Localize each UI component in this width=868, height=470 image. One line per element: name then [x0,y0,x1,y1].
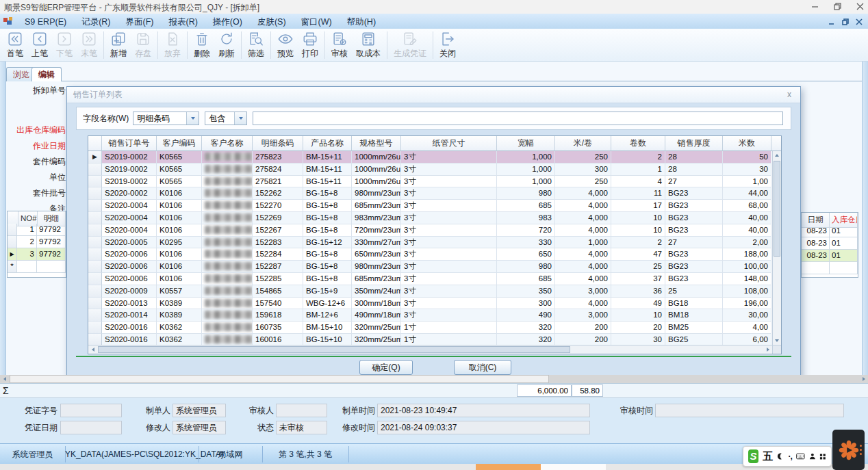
column-header-8[interactable]: 宽幅 [497,136,555,151]
table-cell[interactable]: 650mm/23um... [352,248,401,261]
ok-button[interactable]: 确定(Q) [359,360,413,375]
table-cell[interactable]: K0389 [157,309,202,322]
table-cell[interactable]: 3,000 [555,309,611,322]
table-row[interactable]: S2020-0016K0362160735BM-15+10320mm/25um.… [88,322,781,334]
table-cell[interactable]: 152285 [253,273,303,285]
table-cell[interactable]: S2020-0013 [102,298,157,310]
table-cell[interactable]: 40,00 [723,224,771,237]
table-cell[interactable] [202,176,253,188]
table-cell[interactable]: K0557 [157,285,202,298]
table-cell[interactable]: 980mm/23um... [352,187,401,200]
table-cell[interactable]: 4,000 [555,248,611,261]
table-cell[interactable]: BG18 [665,298,723,310]
toolbox-icon[interactable] [819,452,826,461]
column-header-5[interactable]: 产品名称 [303,136,352,151]
table-cell[interactable]: 3寸 [401,212,497,224]
column-header-2[interactable]: 客户编码 [157,136,202,151]
menu-item-3[interactable]: 界面(F) [118,16,162,28]
detail-grid-right[interactable]: 日期入库仓库08-230108-230108-2301 [801,212,858,278]
window-restore-icon[interactable] [834,1,841,13]
table-cell[interactable]: 4,000 [555,298,611,310]
table-cell[interactable]: 25 [665,285,723,298]
table-cell[interactable]: 1,000 [497,176,555,188]
sales-order-table[interactable]: 销售订单号客户编码客户名称明细条码产品名称规格型号纸管尺寸宽幅米/卷卷数销售厚度… [88,135,782,354]
table-cell[interactable]: 159618 [253,309,303,322]
column-header-12[interactable]: 米数 [723,136,771,151]
table-cell[interactable]: S2020-0014 [102,309,157,322]
table-cell[interactable]: S2019-0002 [102,164,157,176]
table-cell[interactable]: 330mm/27um... [352,237,401,249]
toolbar-button-delete[interactable]: 删除 [190,29,214,61]
table-cell[interactable]: 152270 [253,200,303,212]
menu-item-7[interactable]: 窗口(W) [294,16,340,28]
table-cell[interactable]: K0565 [157,164,202,176]
table-cell[interactable] [202,224,253,237]
table-cell[interactable]: K0106 [157,273,202,285]
table-cell[interactable]: BG-15+8 [303,273,352,285]
table-row[interactable]: S2020-0009K0557154865BG-15+9350mm/24um..… [88,285,781,298]
table-cell[interactable]: BG23 [665,261,723,273]
table-cell[interactable]: 196,00 [723,298,771,310]
table-cell[interactable]: 350 [497,285,555,298]
table-cell[interactable]: BG-15+9 [303,285,352,298]
column-header-7[interactable]: 纸管尺寸 [401,136,497,151]
table-cell[interactable]: K0295 [157,237,202,249]
table-cell[interactable]: 10 [611,309,665,322]
table-cell[interactable]: 4,000 [555,261,611,273]
table-cell[interactable]: BG-15+8 [303,187,352,200]
table-cell[interactable]: 3寸 [401,176,497,188]
table-cell[interactable]: BM-15+11 [303,151,352,164]
table-cell[interactable]: S2019-0002 [102,151,157,164]
scroll-up-icon[interactable] [773,151,781,159]
table-cell[interactable]: 148,00 [723,273,771,285]
table-cell[interactable]: 983mm/23um... [352,212,401,224]
table-cell[interactable] [202,151,253,164]
table-cell[interactable]: BM-15+11 [303,164,352,176]
table-row[interactable]: S2019-0002K0565275824BM-15+111000mm/26u.… [88,164,781,176]
table-cell[interactable] [202,237,253,249]
table-cell[interactable]: 490mm/18um... [352,309,401,322]
taskbar-button[interactable] [541,464,606,470]
table-cell[interactable] [202,248,253,261]
table-row[interactable]: ▶S2019-0002K0565275823BM-15+111000mm/26u… [88,151,781,164]
table-cell[interactable]: 275824 [253,164,303,176]
table-cell[interactable]: 3寸 [401,200,497,212]
table-cell[interactable]: 300 [497,298,555,310]
table-cell[interactable]: 3寸 [401,237,497,249]
field-name-select[interactable]: 明细条码 [133,112,199,125]
table-cell[interactable] [202,200,253,212]
toolbar-button-filter[interactable]: 筛选 [244,29,268,61]
moon-icon[interactable] [777,452,784,461]
chevron-down-icon[interactable] [234,112,246,125]
table-cell[interactable]: 152267 [253,224,303,237]
table-cell[interactable]: BG23 [665,224,723,237]
table-cell[interactable]: 980 [497,261,555,273]
scrollbar-thumb[interactable] [774,161,780,257]
table-cell[interactable]: BG-15+11 [303,176,352,188]
tab-edit[interactable]: 编辑 [31,67,62,81]
table-cell[interactable]: 30,00 [723,309,771,322]
table-cell[interactable] [202,261,253,273]
table-cell[interactable]: 3寸 [401,187,497,200]
table-cell[interactable]: 1,00 [723,176,771,188]
table-cell[interactable]: BG-15+8 [303,248,352,261]
table-cell[interactable]: 1000mm/26u... [352,176,401,188]
table-cell[interactable]: 3寸 [401,273,497,285]
table-cell[interactable]: 11 [611,187,665,200]
table-cell[interactable] [202,273,253,285]
table-cell[interactable]: BG23 [665,187,723,200]
column-header-1[interactable]: 销售订单号 [102,136,157,151]
table-cell[interactable]: 3寸 [401,164,497,176]
table-row[interactable]: S2020-0006K0106152287BG-15+8980mm/23um..… [88,261,781,273]
table-cell[interactable]: S2020-0002 [102,187,157,200]
table-cell[interactable]: 720mm/23um... [352,224,401,237]
table-cell[interactable]: 650 [497,248,555,261]
column-header-6[interactable]: 规格型号 [352,136,401,151]
vertical-scrollbar[interactable] [772,151,781,345]
table-cell[interactable]: BG-15+12 [303,237,352,249]
table-cell[interactable]: BG-15+8 [303,200,352,212]
user-icon[interactable] [809,452,816,461]
scrollbar-thumb[interactable] [98,346,570,353]
table-cell[interactable]: 2 [611,237,665,249]
table-cell[interactable] [202,309,253,322]
